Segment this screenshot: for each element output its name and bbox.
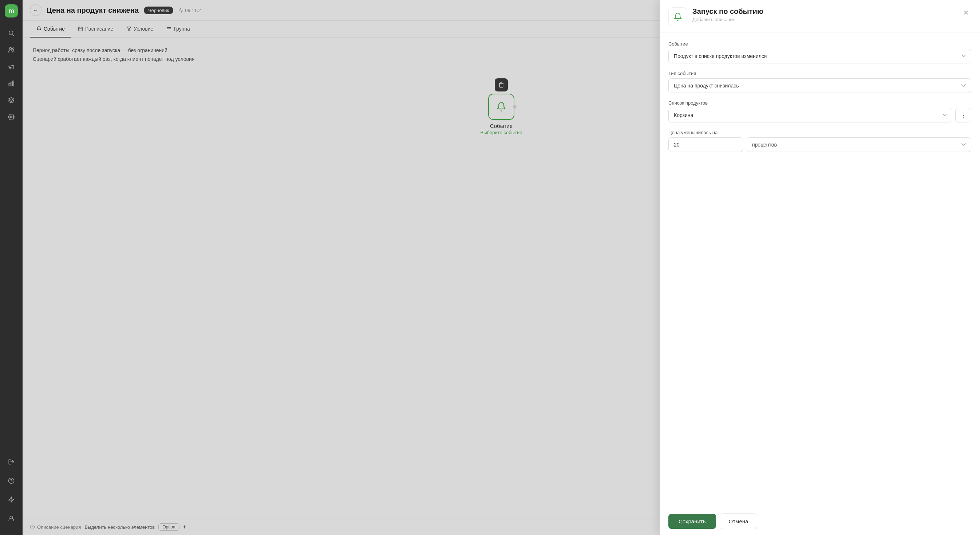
price-row: процентоврублей bbox=[668, 137, 971, 152]
price-label: Цена уменьшилась на bbox=[668, 130, 971, 135]
svg-point-3 bbox=[13, 48, 14, 50]
event-type-label: Тип события bbox=[668, 71, 971, 76]
modal-body: Событие Продукт в списке продуктов измен… bbox=[660, 32, 980, 508]
sidebar-item-analytics[interactable] bbox=[4, 76, 19, 91]
svg-rect-5 bbox=[11, 82, 12, 86]
modal-header: Запуск по событию Добавить описание ✕ bbox=[660, 0, 980, 32]
modal-panel: Запуск по событию Добавить описание ✕ Со… bbox=[660, 0, 980, 535]
modal-title: Запуск по событию bbox=[692, 7, 955, 16]
sidebar-item-integrations[interactable] bbox=[4, 93, 19, 107]
sidebar-item-settings[interactable] bbox=[4, 110, 19, 124]
svg-point-0 bbox=[9, 31, 13, 35]
product-list-form-group: Список продуктов Корзина ⋮ bbox=[668, 100, 971, 123]
sidebar-item-users[interactable] bbox=[4, 43, 19, 57]
sidebar-item-search[interactable] bbox=[4, 26, 19, 40]
sidebar-item-help[interactable] bbox=[4, 473, 19, 488]
sidebar-item-campaigns[interactable] bbox=[4, 59, 19, 74]
modal-title-area: Запуск по событию Добавить описание bbox=[692, 7, 955, 22]
product-list-action-button[interactable]: ⋮ bbox=[955, 108, 971, 123]
sidebar-item-lightning[interactable] bbox=[4, 492, 19, 507]
modal-footer: Сохранить Отмена bbox=[660, 508, 980, 535]
sidebar-item-exit[interactable] bbox=[4, 454, 19, 469]
price-unit-select[interactable]: процентоврублей bbox=[747, 137, 971, 152]
sidebar-item-user[interactable] bbox=[4, 511, 19, 526]
svg-rect-6 bbox=[13, 81, 14, 86]
svg-line-1 bbox=[13, 34, 14, 36]
svg-marker-11 bbox=[9, 497, 14, 503]
cancel-button[interactable]: Отмена bbox=[720, 514, 757, 529]
product-list-select[interactable]: Корзина bbox=[668, 108, 952, 123]
save-button[interactable]: Сохранить bbox=[668, 514, 716, 529]
sidebar-logo[interactable]: m bbox=[5, 4, 18, 18]
event-select[interactable]: Продукт в списке продуктов изменился bbox=[668, 49, 971, 64]
modal-icon bbox=[668, 7, 687, 26]
price-input[interactable] bbox=[668, 137, 743, 152]
main-area: ← Цена на продукт снижена Черновик 09.11… bbox=[22, 0, 980, 535]
event-field-label: Событие bbox=[668, 41, 971, 47]
sidebar: m bbox=[0, 0, 22, 535]
price-form-group: Цена уменьшилась на процентоврублей bbox=[668, 130, 971, 152]
product-list-row: Корзина ⋮ bbox=[668, 108, 971, 123]
svg-point-7 bbox=[11, 116, 13, 118]
modal-subtitle: Добавить описание bbox=[692, 17, 955, 22]
svg-rect-4 bbox=[9, 83, 10, 86]
svg-point-2 bbox=[10, 47, 12, 50]
modal-close-button[interactable]: ✕ bbox=[960, 7, 971, 18]
event-form-group: Событие Продукт в списке продуктов измен… bbox=[668, 41, 971, 64]
event-type-form-group: Тип события Цена на продукт снизилась bbox=[668, 71, 971, 93]
product-list-label: Список продуктов bbox=[668, 100, 971, 106]
event-type-select[interactable]: Цена на продукт снизилась bbox=[668, 78, 971, 93]
